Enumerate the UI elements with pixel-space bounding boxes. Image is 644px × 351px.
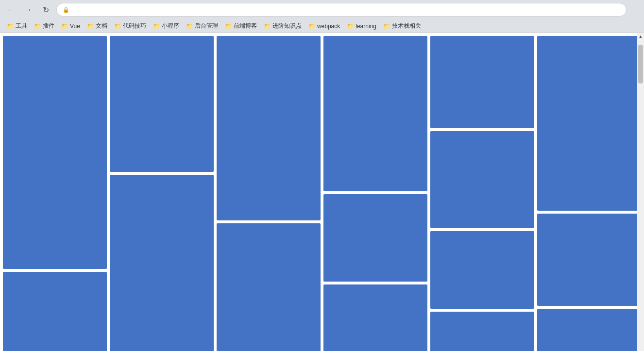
waterfall-col: [3, 36, 107, 351]
waterfall-col: [217, 36, 321, 351]
reload-icon: ↻: [43, 5, 49, 15]
bookmark-folder-icon: 📁: [7, 23, 14, 30]
bookmark-label: 代码技巧: [123, 22, 146, 30]
waterfall-item: [537, 36, 641, 211]
bookmark-item[interactable]: 📁Vue: [58, 22, 83, 31]
waterfall-col: [537, 36, 641, 351]
back-button[interactable]: ←: [4, 3, 17, 17]
waterfall-item: [3, 272, 107, 351]
bookmark-label: 进阶知识点: [272, 22, 302, 30]
bookmark-label: 文档: [96, 22, 107, 30]
address-bar[interactable]: 🔒: [56, 3, 627, 17]
waterfall-col: [430, 36, 534, 351]
bookmark-folder-icon: 📁: [153, 23, 160, 30]
bookmark-folder-icon: 📁: [308, 23, 316, 30]
reload-button[interactable]: ↻: [39, 3, 52, 17]
bookmark-label: learning: [356, 23, 376, 30]
lock-icon: 🔒: [63, 7, 69, 13]
bookmark-folder-icon: 📁: [34, 23, 41, 30]
back-icon: ←: [7, 5, 15, 14]
waterfall-item: [323, 36, 427, 191]
scrollbar-up[interactable]: ▲: [637, 33, 644, 40]
cursor-area: [630, 5, 640, 15]
waterfall-item: [537, 214, 641, 306]
waterfall-item: [430, 36, 534, 128]
bookmark-label: 前端博客: [234, 22, 257, 30]
bookmark-item[interactable]: 📁工具: [4, 21, 30, 31]
bookmark-label: 工具: [16, 22, 27, 30]
bookmark-item[interactable]: 📁后台管理: [183, 21, 221, 31]
waterfall-item: [430, 312, 534, 351]
bookmark-folder-icon: 📁: [264, 23, 271, 30]
bookmark-item[interactable]: 📁前端博客: [222, 21, 260, 31]
waterfall-col: [323, 36, 427, 351]
bookmark-item[interactable]: 📁小程序: [150, 21, 182, 31]
bookmark-label: 插件: [43, 22, 54, 30]
forward-button[interactable]: →: [21, 3, 35, 17]
bookmark-label: 小程序: [162, 22, 179, 30]
waterfall-item: [323, 284, 427, 351]
bookmark-folder-icon: 📁: [186, 23, 193, 30]
waterfall-item: [110, 36, 214, 172]
nav-bar: ← → ↻ 🔒: [0, 0, 644, 19]
bookmark-item[interactable]: 📁技术栈相关: [380, 21, 424, 31]
page-content: ▲ ▼: [0, 33, 644, 351]
bookmark-folder-icon: 📁: [347, 23, 354, 30]
forward-icon: →: [24, 5, 32, 14]
waterfall-col: [110, 36, 214, 351]
waterfall-item: [110, 175, 214, 351]
bookmark-item[interactable]: 📁webpack: [305, 22, 343, 31]
waterfall-item: [537, 309, 641, 351]
bookmark-item[interactable]: 📁文档: [84, 21, 110, 31]
waterfall-item: [3, 36, 107, 269]
bookmark-folder-icon: 📁: [225, 23, 232, 30]
bookmark-item[interactable]: 📁进阶知识点: [261, 21, 305, 31]
bookmark-folder-icon: 📁: [114, 23, 121, 30]
bookmark-label: 技术栈相关: [392, 22, 421, 30]
bookmark-item[interactable]: 📁learning: [344, 22, 379, 31]
waterfall-item: [430, 131, 534, 228]
waterfall-container: [0, 33, 644, 351]
bookmark-item[interactable]: 📁插件: [31, 21, 57, 31]
bookmark-label: webpack: [317, 23, 340, 30]
bookmark-folder-icon: 📁: [61, 23, 68, 30]
bookmark-label: Vue: [70, 23, 80, 30]
bookmark-item[interactable]: 📁代码技巧: [111, 21, 149, 31]
scrollbar[interactable]: ▲ ▼: [637, 33, 644, 351]
bookmarks-bar: 📁工具📁插件📁Vue📁文档📁代码技巧📁小程序📁后台管理📁前端博客📁进阶知识点📁w…: [0, 19, 644, 33]
bookmark-label: 后台管理: [195, 22, 218, 30]
bookmark-folder-icon: 📁: [383, 23, 390, 30]
waterfall-item: [217, 223, 321, 351]
scrollbar-thumb[interactable]: [638, 45, 643, 84]
waterfall-item: [217, 36, 321, 220]
waterfall-item: [323, 194, 427, 282]
waterfall-item: [430, 231, 534, 309]
bookmark-folder-icon: 📁: [87, 23, 94, 30]
